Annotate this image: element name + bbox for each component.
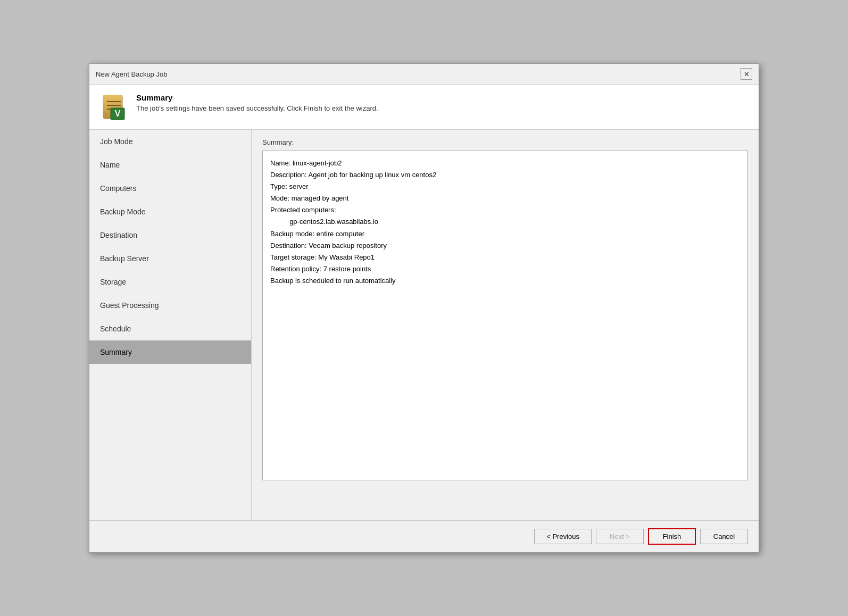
- sidebar-item-destination[interactable]: Destination: [89, 223, 251, 247]
- cancel-button[interactable]: Cancel: [700, 529, 748, 544]
- header-description: The job's settings have been saved succe…: [136, 104, 378, 112]
- main-content: Summary: Name: linux-agent-job2 Descript…: [252, 130, 759, 520]
- header-section: V Summary The job's settings have been s…: [89, 85, 759, 130]
- sidebar-item-schedule[interactable]: Schedule: [89, 317, 251, 340]
- footer: < Previous Next > Finish Cancel: [89, 520, 759, 552]
- sidebar-item-summary[interactable]: Summary: [89, 340, 251, 364]
- close-button[interactable]: ✕: [741, 68, 752, 80]
- summary-icon: V: [100, 93, 128, 121]
- next-button: Next >: [596, 529, 644, 544]
- sidebar-item-computers[interactable]: Computers: [89, 177, 251, 200]
- title-bar: New Agent Backup Job ✕: [89, 64, 759, 85]
- summary-box: Name: linux-agent-job2 Description: Agen…: [262, 151, 748, 480]
- sidebar-item-job-mode[interactable]: Job Mode: [89, 130, 251, 153]
- content-area: Job ModeNameComputersBackup ModeDestinat…: [89, 130, 759, 520]
- svg-text:V: V: [115, 109, 121, 118]
- finish-button[interactable]: Finish: [648, 528, 696, 545]
- sidebar-item-storage[interactable]: Storage: [89, 270, 251, 294]
- sidebar: Job ModeNameComputersBackup ModeDestinat…: [89, 130, 252, 520]
- header-title: Summary: [136, 93, 378, 102]
- dialog: New Agent Backup Job ✕ V: [89, 63, 759, 553]
- dialog-title: New Agent Backup Job: [96, 70, 167, 78]
- sidebar-item-guest-processing[interactable]: Guest Processing: [89, 294, 251, 317]
- previous-button[interactable]: < Previous: [534, 529, 592, 544]
- sidebar-item-backup-mode[interactable]: Backup Mode: [89, 200, 251, 223]
- header-text: Summary The job's settings have been sav…: [136, 93, 378, 112]
- sidebar-item-backup-server[interactable]: Backup Server: [89, 247, 251, 270]
- summary-label: Summary:: [262, 138, 748, 146]
- sidebar-item-name[interactable]: Name: [89, 153, 251, 177]
